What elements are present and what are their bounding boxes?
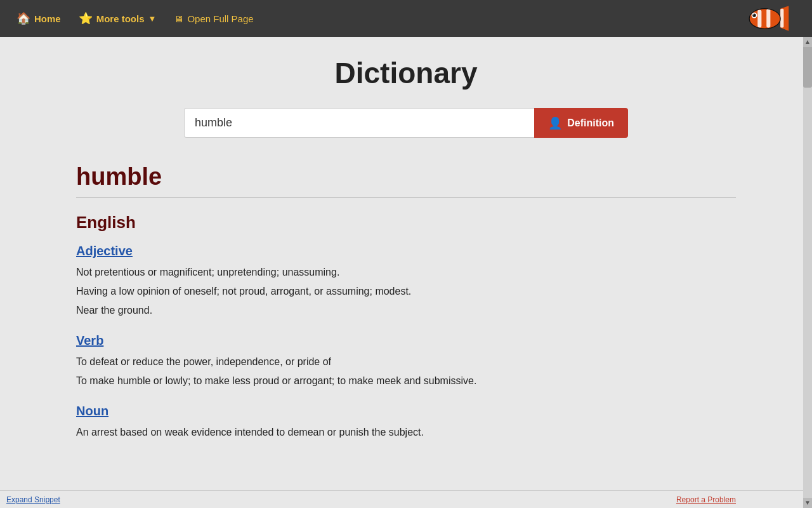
definition-button[interactable]: 👤 Definition xyxy=(534,108,628,138)
monitor-icon: 🖥 xyxy=(174,13,183,24)
scrollbar-up-arrow[interactable]: ▲ xyxy=(803,37,812,47)
pos-verb[interactable]: Verb xyxy=(76,333,736,348)
home-button[interactable]: 🏠 Home xyxy=(10,8,67,29)
pos-noun[interactable]: Noun xyxy=(76,404,736,418)
list-item: An arrest based on weak evidence intende… xyxy=(76,425,736,440)
more-tools-label: More tools xyxy=(96,13,145,24)
scrollbar-track: ▲ ▼ xyxy=(803,37,812,508)
chevron-down-icon: ▼ xyxy=(148,14,157,23)
star-icon: ⭐ xyxy=(79,11,93,25)
pos-section-verb: Verb To defeat or reduce the power, inde… xyxy=(76,333,736,389)
main-content: Dictionary 👤 Definition humble English A… xyxy=(0,37,812,508)
definition-button-label: Definition xyxy=(567,117,614,129)
open-full-page-label: Open Full Page xyxy=(187,13,253,24)
word-heading: humble xyxy=(76,163,736,190)
word-divider xyxy=(76,197,736,197)
noun-definitions: An arrest based on weak evidence intende… xyxy=(76,425,736,440)
list-item: Having a low opinion of oneself; not pro… xyxy=(76,284,736,299)
bottom-bar: Expand Snippet Report a Problem xyxy=(0,490,812,508)
svg-rect-2 xyxy=(766,9,770,28)
page-title: Dictionary xyxy=(76,56,736,90)
expand-snippet-link[interactable]: Expand Snippet xyxy=(6,495,60,504)
navbar: 🏠 Home ⭐ More tools ▼ 🖥 Open Full Page xyxy=(0,0,812,37)
open-full-page-button[interactable]: 🖥 Open Full Page xyxy=(167,10,259,28)
svg-rect-1 xyxy=(757,10,761,27)
list-item: Not pretentious or magnificent; unpreten… xyxy=(76,265,736,280)
list-item: Near the ground. xyxy=(76,303,736,318)
home-icon: 🏠 xyxy=(16,11,30,25)
adjective-definitions: Not pretentious or magnificent; unpreten… xyxy=(76,265,736,318)
pos-adjective[interactable]: Adjective xyxy=(76,244,736,258)
list-item: To defeat or reduce the power, independe… xyxy=(76,354,736,370)
report-problem-button[interactable]: Report a Problem xyxy=(676,495,736,504)
pos-section-noun: Noun An arrest based on weak evidence in… xyxy=(76,404,736,440)
search-bar: 👤 Definition xyxy=(184,108,628,138)
home-label: Home xyxy=(34,13,61,24)
clownfish-mascot xyxy=(742,0,793,37)
svg-rect-4 xyxy=(780,9,783,28)
verb-definitions: To defeat or reduce the power, independe… xyxy=(76,354,736,389)
pos-section-adjective: Adjective Not pretentious or magnificent… xyxy=(76,244,736,318)
svg-point-6 xyxy=(752,14,756,17)
scrollbar-down-arrow[interactable]: ▼ xyxy=(803,498,812,508)
definition-icon: 👤 xyxy=(548,116,562,130)
svg-point-7 xyxy=(753,14,754,15)
language-heading: English xyxy=(76,213,736,232)
list-item: To make humble or lowly; to make less pr… xyxy=(76,373,736,389)
search-input[interactable] xyxy=(184,108,534,138)
more-tools-button[interactable]: ⭐ More tools ▼ xyxy=(72,8,163,29)
